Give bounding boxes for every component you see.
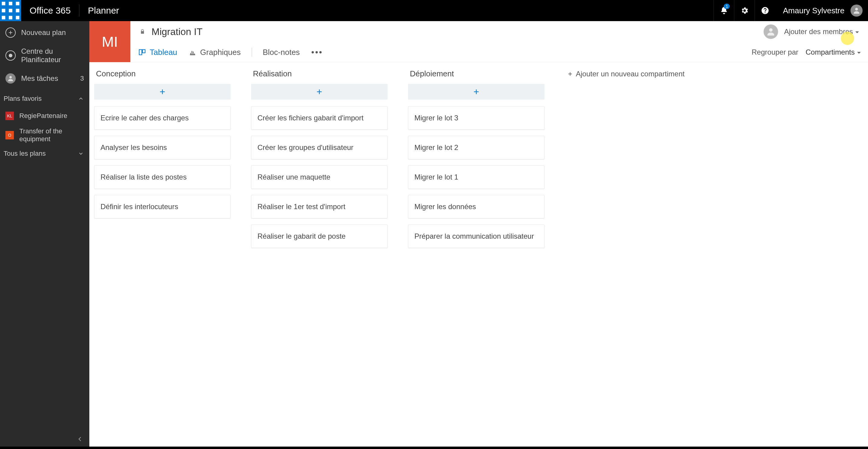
svg-point-9 <box>855 8 858 10</box>
notification-badge: 1 <box>724 4 730 9</box>
plus-icon: + <box>568 70 572 78</box>
lock-icon <box>140 29 146 35</box>
svg-rect-2 <box>16 2 20 5</box>
suite-header: Office 365 Planner 1 Amaury Sylvestre <box>0 0 868 21</box>
tab-notebook[interactable]: Bloc-notes <box>262 46 301 58</box>
settings-button[interactable] <box>734 0 754 21</box>
plan-swatch-icon: O <box>5 131 14 139</box>
all-plans-label: Tous les plans <box>4 150 45 158</box>
add-bucket-button[interactable]: +Ajouter un nouveau compartiment <box>565 65 687 441</box>
add-members-button[interactable]: Ajouter des membres <box>784 28 859 36</box>
task-card[interactable]: Réaliser le gabarit de poste <box>251 224 388 248</box>
tab-notebook-label: Bloc-notes <box>263 48 300 57</box>
member-avatar[interactable] <box>764 25 778 39</box>
new-plan-button[interactable]: Nouveau plan <box>0 21 89 44</box>
svg-rect-13 <box>143 50 145 53</box>
help-icon <box>761 6 769 15</box>
favorite-plan-name: RegiePartenaire <box>19 112 67 120</box>
svg-rect-0 <box>2 2 5 5</box>
plan-tile: MI <box>89 21 130 62</box>
chevron-left-icon <box>77 436 83 442</box>
more-menu-button[interactable]: ••• <box>311 46 323 58</box>
bucket: Déploiement+Migrer le lot 3Migrer le lot… <box>408 65 545 441</box>
tab-charts-label: Graphiques <box>200 48 241 57</box>
add-task-button[interactable]: + <box>94 84 230 100</box>
hub-label: Centre du Planificateur <box>21 47 84 64</box>
person-icon <box>852 6 861 15</box>
collapse-nav-button[interactable] <box>77 436 83 442</box>
hub-icon <box>5 51 16 61</box>
gear-icon <box>740 6 749 15</box>
plan-swatch-icon: KL <box>5 111 14 120</box>
task-card[interactable]: Migrer le lot 2 <box>408 136 545 159</box>
new-plan-label: Nouveau plan <box>21 28 66 37</box>
add-task-button[interactable]: + <box>251 84 388 100</box>
add-task-button[interactable]: + <box>408 84 545 100</box>
app-name[interactable]: Planner <box>80 5 127 16</box>
group-by-label: Regrouper par <box>752 48 799 57</box>
task-card[interactable]: Migrer le lot 3 <box>408 106 545 130</box>
svg-rect-6 <box>2 16 5 20</box>
add-bucket-label: Ajouter un nouveau compartiment <box>576 70 684 78</box>
hub-link[interactable]: Centre du Planificateur <box>0 44 89 67</box>
chevron-down-icon <box>78 151 84 157</box>
board-icon <box>138 48 146 56</box>
task-card[interactable]: Réaliser le 1er test d'import <box>251 195 388 219</box>
my-tasks-count: 3 <box>80 74 84 83</box>
bucket-title[interactable]: Conception <box>94 65 230 84</box>
plus-circle-icon <box>5 28 16 38</box>
my-tasks-label: Mes tâches <box>21 74 58 83</box>
notifications-button[interactable]: 1 <box>713 0 734 21</box>
svg-point-10 <box>9 76 12 78</box>
favorite-plan-name: Transfer of the equipment <box>19 127 84 143</box>
person-icon <box>766 27 776 37</box>
svg-rect-7 <box>9 16 12 20</box>
user-name-label[interactable]: Amaury Sylvestre <box>775 6 850 15</box>
user-avatar[interactable] <box>850 4 863 17</box>
svg-rect-1 <box>9 2 12 5</box>
main-panel: MI Migration IT Ajouter des membres <box>89 21 868 447</box>
plan-tabs: Tableau Graphiques Bloc-notes ••• Regrou <box>130 42 868 62</box>
task-card[interactable]: Migrer les données <box>408 195 545 219</box>
task-card[interactable]: Réaliser la liste des postes <box>94 165 230 189</box>
tab-board[interactable]: Tableau <box>137 46 178 58</box>
task-card[interactable]: Analyser les besoins <box>94 136 230 159</box>
svg-point-11 <box>769 28 772 32</box>
bucket-title[interactable]: Déploiement <box>408 65 545 84</box>
svg-rect-4 <box>9 9 12 12</box>
plan-title: Migration IT <box>152 26 203 37</box>
task-card[interactable]: Créer les fichiers gabarit d'import <box>251 106 388 130</box>
bucket-title[interactable]: Réalisation <box>251 65 388 84</box>
favorite-plans-label: Plans favoris <box>4 95 42 103</box>
task-card[interactable]: Réaliser une maquette <box>251 165 388 189</box>
my-tasks-link[interactable]: Mes tâches 3 <box>0 67 89 90</box>
task-card[interactable]: Créer les groupes d'utilisateur <box>251 136 388 159</box>
favorite-plan-item[interactable]: O Transfer of the equipment <box>0 126 89 145</box>
task-card[interactable]: Définir les interlocuteurs <box>94 195 230 219</box>
suite-product-label[interactable]: Office 365 <box>21 5 79 16</box>
svg-rect-3 <box>2 9 5 12</box>
left-navigation: Nouveau plan Centre du Planificateur Mes… <box>0 21 89 447</box>
task-card[interactable]: Migrer le lot 1 <box>408 165 545 189</box>
plan-title-row: Migration IT Ajouter des membres <box>130 21 868 42</box>
all-plans-header[interactable]: Tous les plans <box>0 145 89 161</box>
favorite-plan-item[interactable]: KL RegiePartenaire <box>0 106 89 126</box>
chart-icon <box>189 48 196 56</box>
favorite-plans-header[interactable]: Plans favoris <box>0 90 89 106</box>
board: Conception+Ecrire le caher des chargesAn… <box>89 62 868 447</box>
svg-rect-12 <box>139 50 142 55</box>
group-by-dropdown[interactable]: Compartiments <box>806 48 861 57</box>
person-icon <box>5 73 16 84</box>
divider <box>252 48 252 57</box>
task-card[interactable]: Préparer la communication utilisateur <box>408 224 545 248</box>
ellipsis-icon: ••• <box>311 47 322 57</box>
svg-rect-8 <box>16 16 20 20</box>
tab-charts[interactable]: Graphiques <box>188 46 241 58</box>
bucket: Réalisation+Créer les fichiers gabarit d… <box>251 65 388 441</box>
chevron-up-icon <box>78 96 84 102</box>
app-launcher-button[interactable] <box>0 0 21 21</box>
bucket: Conception+Ecrire le caher des chargesAn… <box>94 65 230 441</box>
tab-board-label: Tableau <box>150 48 177 57</box>
task-card[interactable]: Ecrire le caher des charges <box>94 106 230 130</box>
help-button[interactable] <box>754 0 775 21</box>
